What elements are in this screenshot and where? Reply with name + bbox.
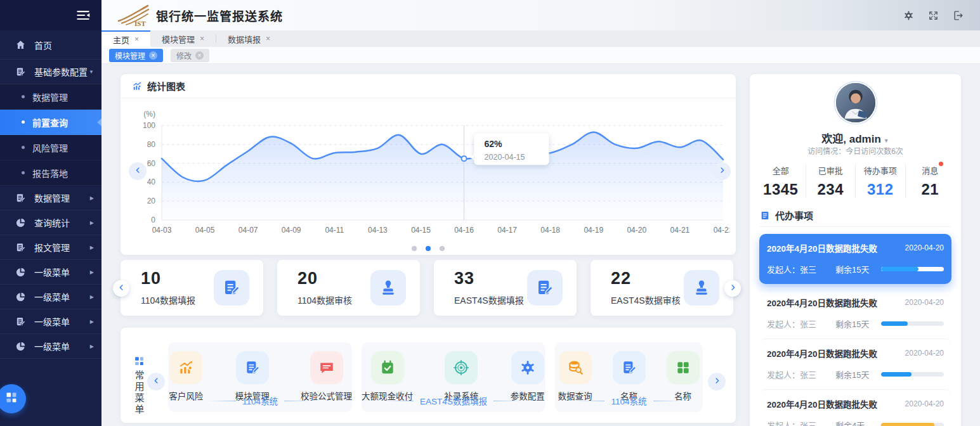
svg-text:04-13: 04-13 xyxy=(368,226,388,235)
sidebar-item-label: 首页 xyxy=(34,39,52,51)
sidebar-item-7[interactable]: 一级菜单▶ xyxy=(0,309,101,334)
doc-edit-icon xyxy=(15,67,26,77)
sidebar-item-label: 基础参数配置 xyxy=(34,65,88,78)
user-stat-待办事项[interactable]: 待办事项312 xyxy=(855,164,905,198)
breadcrumb-tag-模块管理[interactable]: 模块管理× xyxy=(109,49,163,62)
todo-title: 2020年4月20日数据跑批失败 xyxy=(767,296,877,309)
chart-next-button[interactable] xyxy=(713,162,731,180)
check-icon xyxy=(371,351,404,384)
pagination-dot-2[interactable] xyxy=(440,246,445,251)
todo-initiator: 发起人：张三 xyxy=(767,263,835,275)
todo-remaining: 剩余15天 xyxy=(835,368,881,380)
stat-label: EAST4S数据填报 xyxy=(454,294,524,306)
tab-模块管理[interactable]: 模块管理× xyxy=(150,30,216,47)
stats-next-button[interactable] xyxy=(724,280,741,297)
user-stat-value: 234 xyxy=(806,181,856,198)
user-avatar[interactable] xyxy=(836,83,875,122)
quick-menu-group-1: 大额现金收付补录系统参数配置EAST4S数据填报 xyxy=(362,342,546,412)
close-icon[interactable]: × xyxy=(134,35,139,44)
sidebar-item-8[interactable]: 一级菜单▶ xyxy=(0,334,101,359)
stat-card-EAST4S数据审核[interactable]: 22EAST4S数据审核 xyxy=(591,260,733,316)
sidebar-subitem-报告落地[interactable]: 报告落地 xyxy=(0,160,101,186)
close-icon[interactable]: × xyxy=(266,34,270,43)
bullet-dot xyxy=(22,95,25,98)
sidebar-item-6[interactable]: 一级菜单▶ xyxy=(0,285,101,309)
close-icon[interactable]: × xyxy=(200,34,204,43)
stats-prev-button[interactable] xyxy=(113,280,129,297)
sidebar-item-5[interactable]: 一级菜单▶ xyxy=(0,260,101,285)
todo-item-3[interactable]: 2020年4月20日数据跑批失败2020-04-20发起人：张三剩余4天 xyxy=(759,389,951,426)
sidebar-item-0[interactable]: 首页 xyxy=(0,30,101,60)
svg-text:IST: IST xyxy=(134,20,146,27)
svg-text:04-21: 04-21 xyxy=(670,226,690,235)
todo-list-icon xyxy=(760,210,770,221)
stat-card-1104数据审核[interactable]: 201104数据审核 xyxy=(277,260,420,316)
grid-icon xyxy=(667,351,700,384)
welcome-dropdown[interactable]: 欢迎, admin▼ xyxy=(750,130,961,146)
stat-value: 33 xyxy=(454,269,474,288)
quick-launch-button[interactable] xyxy=(0,384,26,413)
close-icon[interactable]: × xyxy=(195,51,204,60)
quick-menu-prev-button[interactable] xyxy=(147,373,165,390)
svg-text:04-22: 04-22 xyxy=(714,226,729,235)
svg-text:04-15: 04-15 xyxy=(411,226,431,235)
chart-prev-button[interactable] xyxy=(129,162,147,180)
pagination-dot-0[interactable] xyxy=(412,246,417,251)
logout-icon[interactable] xyxy=(953,10,964,21)
breadcrumb-tag-修改[interactable]: 修改× xyxy=(171,49,209,62)
active-notch xyxy=(97,119,101,126)
chart-header: 统计图表 xyxy=(121,74,736,98)
tab-主页[interactable]: 主页× xyxy=(101,30,150,47)
pagination-dot-1[interactable] xyxy=(426,246,431,251)
close-icon[interactable]: × xyxy=(149,51,157,60)
sidebar-subitem-前置查询[interactable]: 前置查询 xyxy=(0,110,101,135)
tag-bar: 模块管理×修改× xyxy=(101,47,980,64)
stamp-icon xyxy=(684,270,719,306)
todo-item-1[interactable]: 2020年4月20日数据跑批失败2020-04-20发起人：张三剩余15天 xyxy=(759,288,951,339)
sidebar-subitem-label: 风险管理 xyxy=(32,141,68,154)
pie-icon xyxy=(15,341,26,352)
sidebar-item-label: 数据管理 xyxy=(34,191,70,204)
user-panel: 欢迎, admin▼ 访问情况：今日访问次数6次 全部1345已审批234待办事… xyxy=(750,74,961,426)
todo-initiator: 发起人：张三 xyxy=(767,318,835,330)
app-title: 银行统一监管报送系统 xyxy=(156,7,283,24)
db-search-icon xyxy=(559,351,592,384)
stat-card-EAST4S数据填报[interactable]: 33EAST4S数据填报 xyxy=(434,260,577,316)
stat-card-1104数据填报[interactable]: 101104数据填报 xyxy=(121,260,263,316)
sidebar-item-label: 一级菜单 xyxy=(34,266,70,278)
tab-数据填报[interactable]: 数据填报× xyxy=(216,30,282,47)
todo-title: 2020年4月20日数据跑批失败 xyxy=(767,347,877,359)
sidebar-item-1[interactable]: 基础参数配置▼ xyxy=(0,60,101,84)
todo-remaining: 剩余15天 xyxy=(835,318,881,330)
sidebar-collapse-icon[interactable] xyxy=(75,7,91,23)
user-stat-消息[interactable]: 消息21 xyxy=(905,164,955,198)
target-icon xyxy=(445,351,478,384)
svg-text:04-09: 04-09 xyxy=(282,226,301,235)
caret-right-icon: ▶ xyxy=(90,344,94,349)
fullscreen-icon[interactable] xyxy=(928,10,939,21)
quick-menu-next-button[interactable] xyxy=(708,373,726,390)
todo-list: 2020年4月20日数据跑批失败2020-04-20发起人：张三剩余15天202… xyxy=(759,234,951,426)
caret-right-icon: ▶ xyxy=(90,294,94,300)
sidebar-item-4[interactable]: 报文管理▶ xyxy=(0,235,101,260)
settings-icon[interactable] xyxy=(903,10,914,21)
stat-label: 1104数据填报 xyxy=(141,294,195,306)
user-stat-label: 消息 xyxy=(922,164,938,176)
bullet-dot xyxy=(22,146,25,149)
todo-progress-bar xyxy=(881,267,944,271)
user-stat-全部[interactable]: 全部1345 xyxy=(756,164,806,198)
sidebar-subitem-label: 前置查询 xyxy=(32,116,68,129)
svg-text:04-18: 04-18 xyxy=(540,226,560,235)
quick-menu-side: 常用菜单 xyxy=(129,356,148,416)
sidebar-item-2[interactable]: 数据管理▶ xyxy=(0,186,101,210)
doc-edit-icon xyxy=(236,351,269,384)
todo-item-2[interactable]: 2020年4月20日数据跑批失败2020-04-20发起人：张三剩余15天 xyxy=(759,339,951,389)
stat-value: 20 xyxy=(297,269,318,288)
sidebar-subitem-风险管理[interactable]: 风险管理 xyxy=(0,135,101,160)
sidebar-subitem-数据管理[interactable]: 数据管理 xyxy=(0,84,101,110)
tag-label: 修改 xyxy=(176,50,192,61)
user-stat-已审批[interactable]: 已审批234 xyxy=(806,164,856,198)
pie-icon xyxy=(15,217,26,228)
sidebar-item-3[interactable]: 查询统计▶ xyxy=(0,210,101,235)
todo-item-0[interactable]: 2020年4月20日数据跑批失败2020-04-20发起人：张三剩余15天 xyxy=(759,234,951,284)
